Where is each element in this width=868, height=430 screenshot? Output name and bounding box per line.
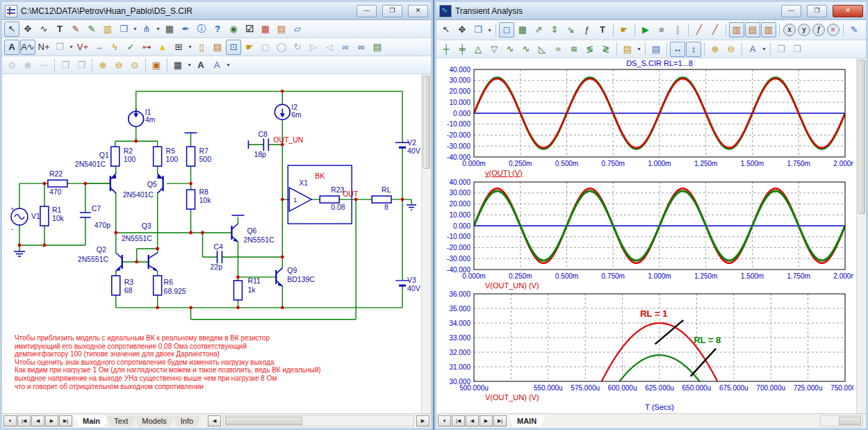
analysis-titlebar[interactable]: Transient Analysis — ❐ ✕ [436,2,866,20]
x-cursors-icon[interactable]: ↔ [670,42,685,57]
page-properties-icon[interactable]: ▤ [210,40,225,55]
scrollbar-thumb[interactable] [839,417,861,425]
zoom-rect-mode-icon[interactable]: ◻ [499,22,514,38]
font-icon[interactable]: A [193,58,208,73]
go-to-y-icon[interactable]: ╪ [455,42,470,57]
tab-info[interactable]: Info [172,415,202,427]
select-tool-icon[interactable]: ↖ [439,22,454,38]
properties-icon[interactable]: ☛ [616,22,632,38]
low-icon[interactable]: ∿ [518,42,534,57]
panel-right-stripes-icon[interactable]: ▥ [761,22,776,38]
shape-tool-icon[interactable]: ❒ [470,22,486,38]
zoom-in-icon[interactable]: ⊕ [707,42,723,57]
envelope-icon[interactable]: ≋ [566,42,582,57]
go-to-branch-icon[interactable]: ≈ [550,42,566,57]
next-plot-button[interactable]: ▶ [480,415,493,427]
link-web-icon[interactable]: ◉ [226,22,241,37]
previous-sheet-button[interactable]: ◀ [31,415,44,427]
plot-vout-un[interactable]: 40.00030.00020.00010.0000.000-10.000-20.… [439,178,853,290]
text-mode-icon[interactable]: T [595,22,610,38]
fx-settings-icon[interactable]: ƒ [812,24,825,36]
high-icon[interactable]: ∿ [502,42,518,57]
schematic-horizontal-scrollbar[interactable] [223,415,414,427]
scrollbar-thumb[interactable] [423,76,430,169]
clipboard-icon[interactable]: ▤ [620,42,635,57]
zoom-out-icon[interactable]: ⊖ [111,58,126,73]
select-area-icon[interactable]: ⊡ [226,40,241,55]
zoom-in-icon[interactable]: ⊕ [95,58,110,73]
grid-select-dropdown-arrow-icon[interactable]: ▾ [186,62,193,68]
cursor-slope-mode-icon[interactable]: ⇗ [531,22,546,38]
point-tag-mode-icon[interactable]: ⇘ [563,22,578,38]
scale-mode-icon[interactable]: ▦ [515,22,530,38]
line-mode-icon[interactable]: ✎ [68,22,83,37]
grid-toggle-icon[interactable]: ⊞ [171,40,186,55]
node-numbers-toggle-icon[interactable]: N+ [36,40,51,55]
minimize-button[interactable]: — [357,5,377,17]
scrollbar-thumb[interactable] [858,60,865,214]
numeric-output-icon[interactable]: ▤ [648,42,664,57]
panel-left-stripes-icon[interactable]: ▥ [729,22,744,38]
tab-main[interactable]: MAIN [509,415,545,427]
last-plot-button[interactable]: ▶| [493,415,507,427]
spreadsheet-icon[interactable]: ▦ [162,22,177,37]
slope-log-icon[interactable]: ╱ [707,22,723,38]
drc-warning-icon[interactable]: ▲ [155,40,170,55]
polyline-mode-icon[interactable]: ✎ [84,22,99,37]
next-sheet-button[interactable]: ▶ [45,415,58,427]
hscroll-right-button[interactable]: ▶ [416,415,429,427]
edit-notes-icon[interactable]: ▱ [290,22,305,37]
wire-mode-icon[interactable]: ∿ [36,22,51,37]
power-toggle-icon[interactable]: ϟ [107,40,122,55]
tab-main[interactable]: Main [74,415,108,427]
limits-settings-icon[interactable]: ≡ [827,24,840,36]
model-page-icon[interactable]: ▦ [258,22,273,37]
first-sheet-button[interactable]: |◀ [17,415,31,427]
minimize-button[interactable]: — [781,5,801,17]
go-to-x-icon[interactable]: ┼ [439,42,454,57]
help-mode-icon[interactable]: ? [210,22,225,37]
last-sheet-button[interactable]: ▶| [59,415,72,427]
vertical-tag-mode-icon[interactable]: ⇕ [547,22,562,38]
pan-tool-icon[interactable]: ✥ [455,22,470,38]
first-plot-button[interactable]: |◀ [452,415,465,427]
zoom-out-icon[interactable]: ⊖ [723,42,739,57]
valley-icon[interactable]: ▽ [486,42,502,57]
clipboard-dropdown-arrow-icon[interactable]: ▾ [636,46,642,52]
scrollbar-thumb[interactable] [225,417,302,425]
slope-linear-icon[interactable]: ╱ [691,22,707,38]
y-cursors-icon[interactable]: ↕ [686,42,701,57]
currents-toggle-icon[interactable]: → [91,40,106,55]
plot-vertical-scrollbar[interactable] [856,58,866,413]
find-component-icon[interactable]: ❒ [116,22,131,37]
restore-button[interactable]: ❐ [807,5,827,17]
schematic-titlebar[interactable]: C:\MC12\DATA\Petrov\Huan_Pablo\DS_S.CIR … [2,2,431,20]
grid-toggle-dropdown-arrow-icon[interactable]: ▾ [187,44,193,50]
graphics-pen-icon[interactable]: ✒ [178,22,193,37]
attribute-text-toggle-icon[interactable]: A [4,40,19,55]
flowchart-mode-icon[interactable]: ⋔ [139,22,154,37]
new-page-icon[interactable]: ▯ [194,40,209,55]
run-icon[interactable]: ▶ [638,22,653,38]
y-axis-settings-icon[interactable]: y [798,24,810,36]
bus-mode-icon[interactable]: ▥ [100,22,115,37]
page-image-icon[interactable]: ▣ [149,58,164,73]
info-page-icon[interactable]: ▤ [370,40,385,55]
node-voltages-toggle-icon[interactable]: V+ [75,40,90,55]
panel-horizontal-stripes-icon[interactable]: ▤ [745,22,760,38]
restore-button[interactable]: ❐ [382,5,402,17]
grid-select-icon[interactable]: ▦ [170,58,186,73]
schematic-vertical-scrollbar[interactable] [421,74,431,413]
properties-icon[interactable]: ☛ [242,40,257,55]
font-color-dropdown-arrow-icon[interactable]: ▾ [225,62,231,68]
pan-tool-icon[interactable]: ✥ [20,22,35,37]
inflection-icon[interactable]: ◺ [534,42,550,57]
font-color-icon[interactable]: A [745,42,760,57]
plot-vout-un-zoom[interactable]: 36.00035.00034.00033.00032.00031.00030.0… [439,290,853,413]
zoom-100-icon[interactable]: ⊙ [127,58,142,73]
plot-horizontal-scrollbar[interactable] [820,415,863,427]
tag-left-icon[interactable]: ≶ [582,42,598,57]
conditions-toggle-icon[interactable]: ✓ [123,40,138,55]
peak-icon[interactable]: △ [470,42,486,57]
close-button[interactable]: ✕ [833,5,863,17]
